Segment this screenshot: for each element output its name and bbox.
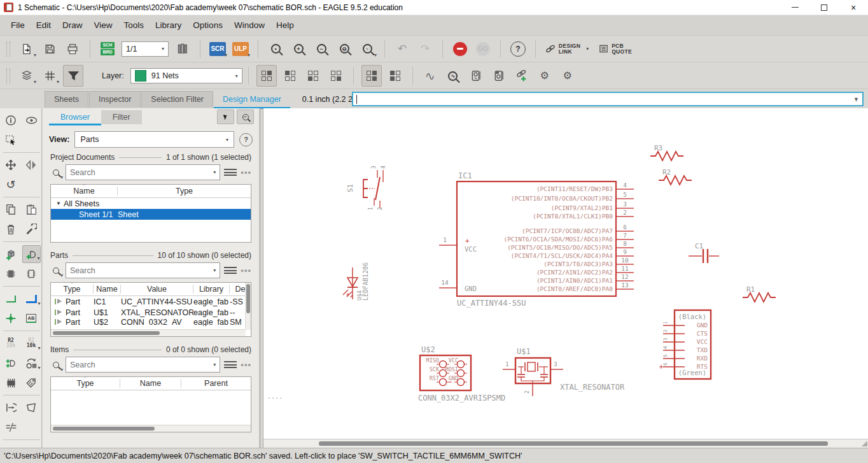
save-button[interactable] (40, 39, 59, 59)
minimize-button[interactable] (780, 0, 809, 15)
menu-draw[interactable]: Draw (57, 20, 88, 30)
expand-triangle-icon[interactable]: ▼ (56, 201, 61, 206)
paste-button[interactable] (22, 201, 41, 218)
search-icon[interactable] (53, 267, 59, 274)
multimeter-wave-button[interactable] (489, 66, 508, 86)
gateswap-button[interactable] (22, 265, 41, 283)
change-button[interactable] (22, 220, 41, 238)
ulp-button[interactable]: ULP ▾ (231, 39, 250, 59)
parts-search-box[interactable]: ▾ (66, 262, 220, 278)
probe-button[interactable]: ∿ (444, 66, 463, 86)
schematic-resistor-r3[interactable]: R3 (650, 144, 683, 160)
schematic-capacitor-c1[interactable]: C1 (689, 242, 719, 263)
add-part-button[interactable] (2, 245, 20, 263)
print-button[interactable] (63, 39, 82, 59)
parts-hscrollbar[interactable] (51, 329, 246, 336)
list-options-icon[interactable] (224, 360, 237, 370)
gate-display-mode-4-button[interactable] (326, 66, 346, 86)
show-button[interactable] (22, 111, 41, 129)
parts-table-header[interactable]: Type Name Value Library De (51, 283, 251, 296)
items-search-box[interactable]: ▾ (66, 357, 220, 373)
gate-display-mode-5-button[interactable] (361, 65, 382, 87)
selection-filter-button[interactable] (63, 65, 83, 87)
menu-edit[interactable]: Edit (31, 20, 57, 30)
items-hscrollbar[interactable] (51, 425, 251, 432)
scrollbar-thumb[interactable] (53, 331, 160, 335)
more-options-icon[interactable]: ••• (241, 360, 251, 369)
invoke-button[interactable] (2, 265, 20, 283)
close-button[interactable]: × (839, 0, 868, 15)
simulate-button[interactable]: ∿ (421, 66, 440, 86)
sheet-row-selected[interactable]: Sheet 1/1 Sheet (51, 209, 251, 220)
spice-settings-button[interactable]: ⚙ (535, 66, 554, 86)
zoom-select-button[interactable]: ▫▾ (358, 39, 377, 59)
rotate-button[interactable]: ↺ (2, 176, 20, 194)
design-link-button[interactable]: DESIGNLINK ▾ (543, 39, 591, 59)
redo-button[interactable]: ↷ (416, 39, 435, 59)
multimeter-button[interactable] (466, 66, 486, 86)
label-button[interactable]: AB (22, 310, 41, 327)
layer-settings-button[interactable]: ▾ (17, 66, 36, 86)
scrollbar-thumb[interactable] (246, 284, 250, 313)
script-button[interactable]: SCR ▾ (208, 39, 227, 59)
layer-selector[interactable]: 91 Nets ▾ (130, 68, 242, 83)
net-button[interactable] (2, 290, 20, 308)
sheet-selector[interactable]: 1/1 ▾ (122, 41, 169, 57)
schematic-switch-s1[interactable]: S1 3 4 1 2 (346, 166, 386, 210)
documents-search-box[interactable]: ▾ (66, 164, 220, 180)
schematic-canvas[interactable]: S1 3 4 1 2 U$4 LEDFAB1206 R3 (263, 108, 868, 448)
list-options-icon[interactable] (224, 266, 237, 276)
schematic-connector-u2[interactable]: U$2 MISO SCK RST VCC MOSI GND CONN_03X2_… (418, 345, 505, 402)
gate-display-mode-3-button[interactable] (304, 66, 323, 86)
simulation-settings-button[interactable]: ⚙ (558, 66, 577, 86)
more-options-icon[interactable]: ••• (241, 167, 251, 177)
menu-options[interactable]: Options (187, 20, 228, 30)
select-group-button[interactable] (2, 131, 20, 149)
canvas-hscrollbar[interactable] (263, 439, 868, 448)
schematic-resistor-r1[interactable]: R1 (743, 285, 776, 302)
tab-sheets[interactable]: Sheets (45, 91, 88, 108)
view-selector[interactable]: Parts ▾ (74, 131, 234, 148)
toolbar-grip[interactable] (6, 68, 10, 83)
bus-button[interactable]: ▾ (22, 290, 41, 308)
chevron-down-icon[interactable]: ▼ (853, 96, 859, 103)
gate-display-mode-1-button[interactable] (256, 65, 277, 87)
library-button[interactable] (173, 39, 192, 59)
documents-search-input[interactable] (66, 168, 213, 177)
gate-display-mode-2-button[interactable] (281, 66, 300, 86)
subtab-filter[interactable]: Filter (101, 110, 142, 124)
more-options-icon[interactable]: ••• (241, 266, 251, 275)
parts-vscrollbar[interactable] (245, 283, 251, 330)
tab-inspector[interactable]: Inspector (89, 91, 141, 108)
zoom-out-button[interactable]: − (312, 39, 331, 59)
move-button[interactable] (2, 156, 20, 174)
resize-grip[interactable] (862, 441, 867, 446)
scrollbar-thumb[interactable] (53, 427, 155, 431)
open-document-button[interactable]: ▾ (17, 39, 36, 59)
search-icon[interactable] (53, 362, 59, 368)
part-row[interactable]: Part U$2 CONN_03X2_AV eagle_fab SM (51, 318, 251, 326)
name-button[interactable]: R210k (2, 334, 20, 352)
items-search-input[interactable] (66, 360, 213, 369)
erc-button[interactable] (2, 399, 20, 417)
tab-selection-filter[interactable]: Selection Filter (141, 91, 213, 108)
mirror-button[interactable] (22, 156, 41, 174)
documents-table-header[interactable]: Name Type (51, 185, 251, 198)
pcb-quote-button[interactable]: PCBQUOTE (594, 39, 636, 59)
all-sheets-group-row[interactable]: ▼ All Sheets (51, 198, 251, 209)
zoom-in-button[interactable]: + (289, 39, 308, 59)
scrollbar-thumb[interactable] (319, 441, 828, 446)
sch-brd-toggle-button[interactable]: SCHBRD (98, 39, 117, 59)
zoom-selection-button[interactable]: − (237, 110, 254, 124)
part-row[interactable]: Part IC1 UC_ATTINY44-SSU eagle_fab -SS (51, 296, 251, 307)
tab-design-manager[interactable]: Design Manager (214, 91, 290, 108)
toolbar-grip[interactable] (6, 41, 10, 57)
help-button[interactable]: ? (508, 39, 528, 59)
restore-button[interactable] (809, 0, 839, 15)
subtab-browser[interactable]: Browser (49, 110, 101, 124)
undo-button[interactable]: ↶ (393, 39, 412, 59)
schematic-resistor-r2[interactable]: R2 (659, 168, 692, 185)
bus-ripper-button[interactable] (2, 418, 20, 436)
zoom-limit-button[interactable]: ⊖ (335, 39, 354, 59)
info-button[interactable] (2, 111, 20, 129)
